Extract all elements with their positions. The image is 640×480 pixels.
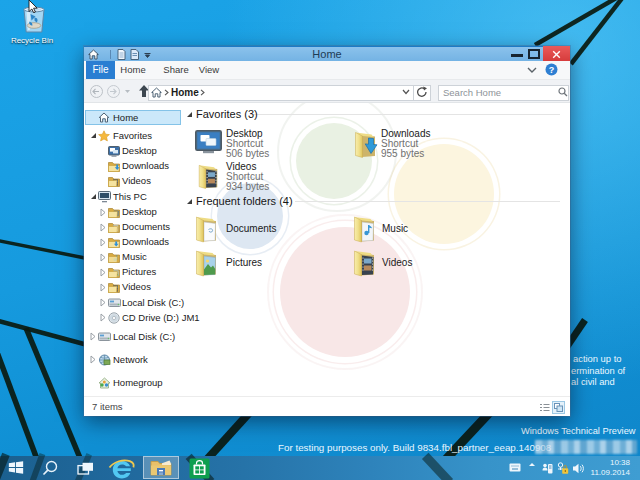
- svg-text:?: ?: [549, 65, 555, 75]
